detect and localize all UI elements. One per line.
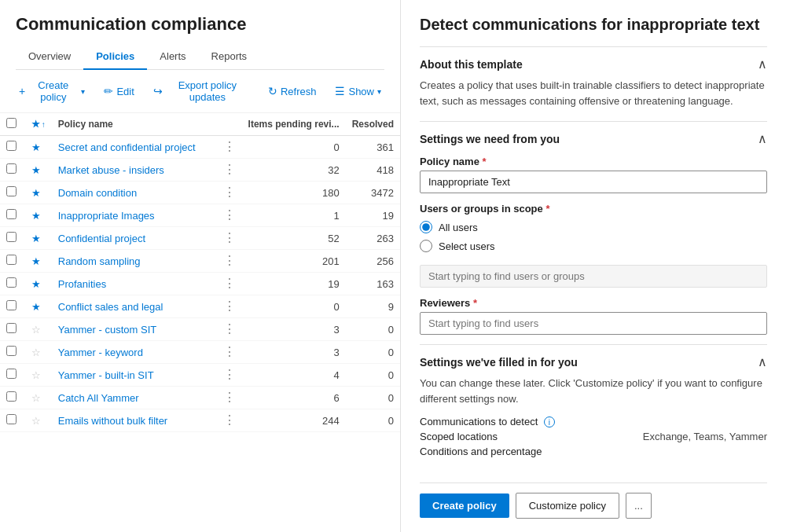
- policy-name-text[interactable]: Conflict sales and legal: [58, 301, 163, 313]
- policy-name-input[interactable]: [420, 171, 767, 193]
- star-icon[interactable]: ★: [31, 278, 41, 290]
- edit-icon: ✏: [104, 85, 113, 97]
- star-icon[interactable]: ☆: [31, 369, 41, 381]
- table-row: ★ Conflict sales and legal ⋮ 0 9: [0, 295, 400, 318]
- resolved-cell: 0: [346, 409, 400, 432]
- row-checkbox[interactable]: [6, 141, 17, 151]
- table-row: ☆ Yammer - built-in SIT ⋮ 4 0: [0, 364, 400, 387]
- row-more-btn[interactable]: ⋮: [223, 322, 236, 336]
- star-icon[interactable]: ★: [31, 141, 41, 153]
- row-more-btn[interactable]: ⋮: [223, 163, 236, 176]
- row-more-btn[interactable]: ⋮: [223, 140, 236, 153]
- radio-select-users-input[interactable]: [420, 240, 432, 252]
- more-options-btn[interactable]: ...: [626, 493, 652, 519]
- items-pending-cell: 0: [242, 136, 346, 159]
- row-more-btn[interactable]: ⋮: [223, 391, 236, 404]
- row-checkbox[interactable]: [6, 369, 17, 379]
- items-pending-cell: 244: [242, 409, 346, 432]
- table-row: ☆ Emails without bulk filter ⋮ 244 0: [0, 409, 400, 432]
- policy-name-text[interactable]: Secret and confidential project: [58, 141, 196, 153]
- policy-name-text[interactable]: Random sampling: [58, 255, 141, 267]
- star-icon[interactable]: ☆: [31, 324, 41, 336]
- row-checkbox[interactable]: [6, 255, 17, 265]
- radio-all-users[interactable]: All users: [420, 221, 767, 233]
- row-checkbox[interactable]: [6, 323, 17, 333]
- radio-select-users[interactable]: Select users: [420, 240, 767, 252]
- users-search-input[interactable]: [420, 265, 767, 288]
- create-policy-button[interactable]: + Create policy ▾: [16, 78, 88, 105]
- row-checkbox[interactable]: [6, 209, 17, 219]
- row-checkbox[interactable]: [6, 186, 17, 196]
- edit-button[interactable]: ✏ Edit: [101, 83, 137, 99]
- star-icon[interactable]: ☆: [31, 415, 41, 427]
- row-more-btn[interactable]: ⋮: [223, 254, 236, 267]
- star-icon[interactable]: ★: [31, 233, 41, 244]
- row-checkbox[interactable]: [6, 163, 17, 174]
- star-sort[interactable]: ★ ↑: [31, 119, 46, 130]
- tab-reports[interactable]: Reports: [199, 44, 260, 70]
- row-more-btn[interactable]: ⋮: [223, 299, 236, 313]
- star-icon[interactable]: ☆: [31, 347, 41, 358]
- select-all-checkbox[interactable]: [6, 118, 17, 128]
- row-checkbox[interactable]: [6, 232, 17, 242]
- row-more-btn[interactable]: ⋮: [223, 368, 236, 381]
- policy-name-text[interactable]: Yammer - built-in SIT: [58, 369, 154, 381]
- policy-name-text[interactable]: Emails without bulk filter: [58, 415, 167, 427]
- star-icon[interactable]: ★: [31, 301, 41, 313]
- tab-alerts[interactable]: Alerts: [147, 44, 198, 70]
- table-row: ★ Confidential project ⋮ 52 263: [0, 227, 400, 250]
- left-header: Communication compliance Overview Polici…: [0, 0, 400, 70]
- star-icon[interactable]: ★: [31, 187, 41, 199]
- about-section-header[interactable]: About this template ∧: [420, 57, 767, 72]
- policy-name-text[interactable]: Domain condition: [58, 187, 137, 199]
- policy-name-text[interactable]: Market abuse - insiders: [58, 164, 164, 176]
- create-policy-btn[interactable]: Create policy: [420, 493, 509, 518]
- dots-cell: ⋮: [217, 409, 242, 432]
- filled-section-header[interactable]: Settings we've filled in for you ∧: [420, 354, 767, 369]
- policy-name-text[interactable]: Profanities: [58, 278, 106, 290]
- show-button[interactable]: ☰ Show ▾: [332, 83, 384, 99]
- row-more-btn[interactable]: ⋮: [223, 277, 236, 290]
- dots-cell: ⋮: [217, 136, 242, 159]
- star-icon[interactable]: ★: [31, 255, 41, 267]
- row-more-btn[interactable]: ⋮: [223, 345, 236, 358]
- row-more-btn[interactable]: ⋮: [223, 413, 236, 427]
- nav-tabs: Overview Policies Alerts Reports: [16, 44, 384, 70]
- row-checkbox[interactable]: [6, 300, 17, 310]
- export-button[interactable]: ↪ Export policy updates: [150, 78, 252, 105]
- customize-policy-btn[interactable]: Customize policy: [516, 493, 619, 519]
- row-star-cell: ☆: [25, 364, 52, 387]
- tab-policies[interactable]: Policies: [83, 44, 147, 70]
- settings-section-header[interactable]: Settings we need from you ∧: [420, 131, 767, 146]
- star-icon[interactable]: ☆: [31, 392, 41, 404]
- reviewers-input[interactable]: [420, 312, 767, 335]
- table-row: ☆ Yammer - keyword ⋮ 3 0: [0, 341, 400, 364]
- policy-name-text[interactable]: Catch All Yammer: [58, 392, 139, 404]
- policy-name-text[interactable]: Yammer - keyword: [58, 347, 143, 358]
- bottom-actions: Create policy Customize policy ...: [420, 482, 767, 519]
- tab-overview[interactable]: Overview: [16, 44, 83, 70]
- page-title: Communication compliance: [16, 14, 384, 35]
- row-checkbox[interactable]: [6, 277, 17, 288]
- row-checkbox[interactable]: [6, 414, 17, 424]
- table-row: ☆ Yammer - custom SIT ⋮ 3 0: [0, 318, 400, 341]
- dots-cell: ⋮: [217, 227, 242, 250]
- info-icon[interactable]: i: [544, 416, 555, 427]
- row-more-btn[interactable]: ⋮: [223, 185, 236, 199]
- star-icon[interactable]: ★: [31, 164, 41, 176]
- row-checkbox[interactable]: [6, 391, 17, 402]
- items-pending-cell: 3: [242, 318, 346, 341]
- refresh-button[interactable]: ↻ Refresh: [265, 83, 320, 99]
- radio-all-users-input[interactable]: [420, 221, 432, 233]
- policy-name-text[interactable]: Yammer - custom SIT: [58, 324, 156, 336]
- table-row: ★ Inappropriate Images ⋮ 1 19: [0, 204, 400, 227]
- row-more-btn[interactable]: ⋮: [223, 208, 236, 222]
- row-checkbox-cell: [0, 227, 25, 250]
- conditions-row: Conditions and percentage: [420, 446, 767, 457]
- star-icon[interactable]: ★: [31, 210, 41, 222]
- items-pending-cell: 6: [242, 387, 346, 409]
- policy-name-text[interactable]: Confidential project: [58, 233, 145, 244]
- row-checkbox[interactable]: [6, 346, 17, 356]
- policy-name-text[interactable]: Inappropriate Images: [58, 210, 155, 222]
- row-more-btn[interactable]: ⋮: [223, 231, 236, 244]
